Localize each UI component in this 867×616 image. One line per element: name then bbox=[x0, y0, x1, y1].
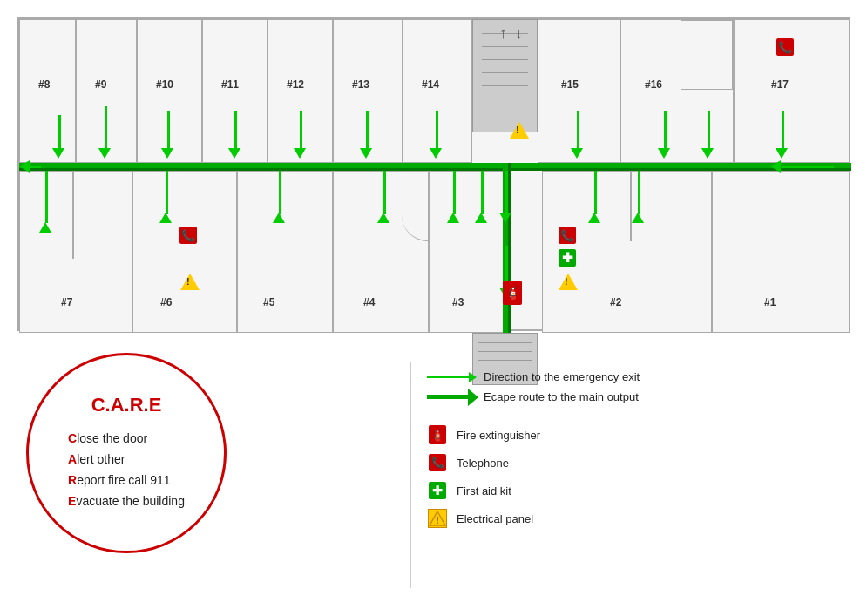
label-14: #14 bbox=[422, 78, 439, 91]
arrow-stem-12 bbox=[300, 111, 302, 150]
room-4 bbox=[333, 171, 429, 333]
phone-icon-center: 📞 bbox=[559, 227, 576, 244]
legend-fire-ext-text: Fire extinguisher bbox=[457, 429, 540, 442]
arrow-stem-17 bbox=[782, 111, 784, 150]
arrow-8 bbox=[52, 148, 64, 159]
fire-ext-legend-icon: 🧯 bbox=[427, 424, 448, 445]
room-8 bbox=[19, 19, 76, 163]
arrow-2a bbox=[588, 213, 600, 223]
room-3 bbox=[429, 171, 507, 333]
corridor-line-bottom bbox=[19, 168, 851, 171]
label-10: #10 bbox=[156, 78, 173, 91]
room-16 bbox=[620, 19, 734, 163]
label-2: #2 bbox=[610, 296, 621, 308]
care-title: C.A.R.E bbox=[91, 394, 162, 416]
arrow-stem-3b bbox=[481, 171, 484, 214]
care-lines: Close the door Alert other Report fire c… bbox=[68, 429, 185, 511]
arrow-stem-7a bbox=[45, 171, 48, 223]
legend-electric: ! Electrical panel bbox=[427, 508, 854, 529]
legend-fire-ext: 🧯 Fire extinguisher bbox=[427, 424, 854, 445]
arrow-9 bbox=[98, 148, 111, 159]
room-5 bbox=[237, 171, 333, 333]
arrow-stem-corr-l1 bbox=[28, 166, 41, 168]
arrow-7a bbox=[39, 222, 51, 233]
arrow-stem-9 bbox=[105, 106, 107, 150]
label-9: #9 bbox=[95, 78, 106, 91]
label-16: #16 bbox=[645, 78, 662, 91]
arrow-6 bbox=[159, 213, 172, 223]
legend-firstaid-text: First aid kit bbox=[457, 484, 511, 498]
arrow-stem-6 bbox=[166, 171, 168, 214]
arrow-11 bbox=[228, 148, 240, 159]
fire-ext-3: 🧯 bbox=[503, 281, 522, 305]
legend-escape-text: Ecape route to the main output bbox=[484, 390, 639, 403]
legend-phone-text: Telephone bbox=[457, 457, 509, 470]
arrow-16a bbox=[658, 148, 670, 159]
legend-section: Direction to the emergency exit Ecape ro… bbox=[427, 362, 854, 536]
room-1 bbox=[712, 171, 850, 333]
arrow-stem-3a bbox=[453, 171, 456, 214]
phone-legend-icon: 📞 bbox=[429, 454, 446, 471]
room-6 bbox=[132, 171, 237, 333]
label-17: #17 bbox=[771, 78, 789, 91]
arrow-right-end bbox=[770, 160, 781, 173]
arrow-10 bbox=[161, 148, 173, 159]
arrow-stem-10 bbox=[167, 111, 170, 150]
floor-plan: ↑ ↓ bbox=[17, 17, 850, 349]
arrow-14 bbox=[430, 148, 442, 159]
arrow-12 bbox=[294, 148, 306, 159]
label-1: #1 bbox=[764, 296, 776, 308]
legend-electric-text: Electrical panel bbox=[457, 512, 533, 525]
room-7 bbox=[19, 171, 132, 333]
arrow-stem-14 bbox=[436, 111, 438, 150]
legend-escape: Ecape route to the main output bbox=[427, 390, 854, 403]
thick-arrow-icon bbox=[427, 395, 471, 399]
corridor-vert2 bbox=[508, 163, 511, 333]
arrow-stem-2a bbox=[594, 171, 597, 214]
legend-direction: Direction to the emergency exit bbox=[427, 370, 854, 383]
label-5: #5 bbox=[263, 296, 274, 308]
arrow-vert-d1 bbox=[499, 213, 511, 223]
phone-legend-icon-wrap: 📞 bbox=[427, 452, 448, 473]
firstaid-center: ✚ bbox=[559, 249, 576, 267]
arrow-vert-down1 bbox=[505, 171, 508, 214]
label-7: #7 bbox=[61, 296, 72, 308]
arrow-stem-right bbox=[782, 166, 834, 168]
staircase-top: ↑ ↓ bbox=[472, 19, 538, 132]
electric-legend-icon: ! bbox=[428, 509, 447, 528]
arrow-corr-l1 bbox=[19, 160, 30, 173]
arrow-3a bbox=[447, 213, 459, 223]
arrow-stem-15 bbox=[577, 111, 579, 150]
legend-phone: 📞 Telephone bbox=[427, 452, 854, 473]
arrow-5 bbox=[273, 213, 285, 223]
phone-icon-16: 📞 bbox=[776, 38, 794, 56]
care-section: C.A.R.E Close the door Alert other Repor… bbox=[26, 353, 227, 553]
legend-direction-text: Direction to the emergency exit bbox=[484, 370, 640, 383]
label-15: #15 bbox=[561, 78, 579, 91]
arrow-stem-2b bbox=[638, 171, 640, 214]
divider-line bbox=[410, 362, 411, 588]
thin-arrow-icon bbox=[427, 376, 471, 378]
arrow-17 bbox=[776, 148, 788, 159]
fire-ext-icon: 🧯 bbox=[429, 425, 446, 444]
arrow-16b bbox=[701, 148, 714, 159]
label-6: #6 bbox=[160, 296, 172, 308]
svg-text:!: ! bbox=[436, 516, 438, 525]
arrow-15 bbox=[571, 148, 583, 159]
label-13: #13 bbox=[352, 78, 369, 91]
label-4: #4 bbox=[363, 296, 375, 308]
phone-icon-6: 📞 bbox=[179, 227, 197, 244]
arrow-2b bbox=[632, 213, 644, 223]
arrow-13 bbox=[360, 148, 372, 159]
arrow-stem-4 bbox=[383, 171, 386, 214]
arrow-stem-5 bbox=[279, 171, 281, 214]
legend-firstaid: ✚ First aid kit bbox=[427, 480, 854, 501]
floor-outline: ↑ ↓ bbox=[17, 17, 850, 331]
firstaid-legend-icon: ✚ bbox=[429, 482, 446, 499]
label-3: #3 bbox=[452, 296, 464, 308]
arrow-stem-8 bbox=[58, 115, 61, 150]
arrow-4 bbox=[377, 213, 389, 223]
arrow-stem-11 bbox=[234, 111, 237, 150]
arrow-stem-16a bbox=[664, 111, 667, 150]
firstaid-legend-icon-wrap: ✚ bbox=[427, 480, 448, 501]
